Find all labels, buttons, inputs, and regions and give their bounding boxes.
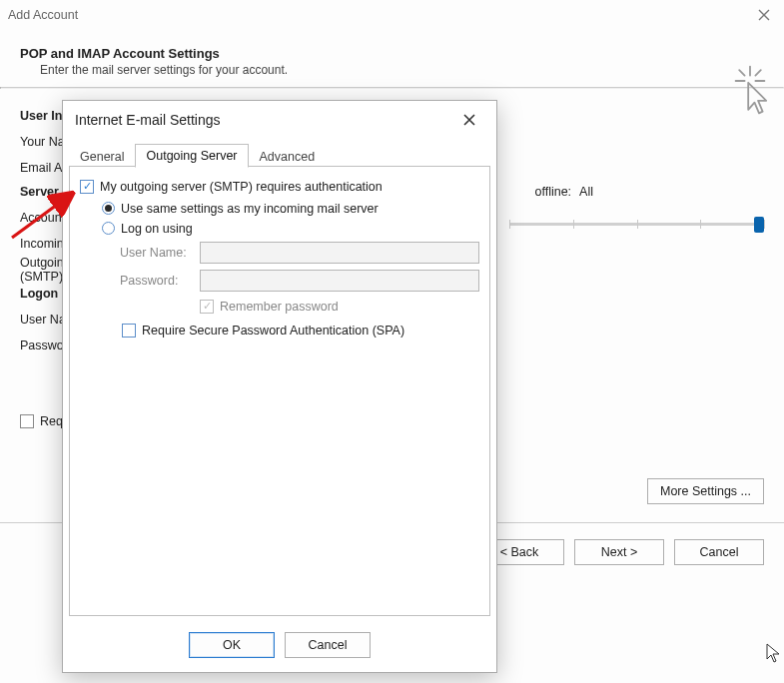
- radio-use-same-settings[interactable]: Use same settings as my incoming mail se…: [102, 202, 479, 216]
- tab-strip: General Outgoing Server Advanced: [63, 139, 496, 167]
- dialog-titlebar: Internet E-mail Settings: [63, 101, 496, 139]
- next-button[interactable]: Next >: [574, 539, 664, 565]
- tab-advanced[interactable]: Advanced: [249, 145, 327, 168]
- label-dialog-username: User Name:: [120, 246, 200, 260]
- dialog-username-input[interactable]: [200, 242, 479, 264]
- checkbox-icon: [80, 180, 94, 194]
- checkbox-icon: [200, 300, 214, 314]
- radio-icon: [102, 222, 115, 235]
- radio-icon: [102, 202, 115, 215]
- cursor-icon: [766, 643, 780, 663]
- dialog-close-button[interactable]: [454, 108, 484, 132]
- slider-thumb[interactable]: [754, 217, 764, 233]
- ok-button[interactable]: OK: [189, 632, 275, 658]
- spa-dialog-label: Require Secure Password Authentication (…: [142, 324, 404, 338]
- svg-line-3: [739, 70, 744, 75]
- close-icon: [758, 9, 770, 21]
- offline-slider[interactable]: [509, 217, 764, 233]
- tab-outgoing-server[interactable]: Outgoing Server: [135, 144, 248, 168]
- offline-value: All: [579, 185, 593, 199]
- offline-setting: Mail to keep offline: offline: All: [509, 185, 593, 199]
- header-title: POP and IMAP Account Settings: [20, 46, 768, 61]
- remember-password-checkbox: Remember password: [200, 300, 339, 314]
- internet-email-settings-dialog: Internet E-mail Settings General Outgoin…: [62, 100, 497, 673]
- tab-panel-outgoing: My outgoing server (SMTP) requires authe…: [69, 167, 490, 616]
- smtp-auth-checkbox[interactable]: My outgoing server (SMTP) requires authe…: [80, 180, 383, 194]
- cancel-button[interactable]: Cancel: [674, 539, 764, 565]
- add-account-window: Add Account POP and IMAP Account Setting…: [0, 0, 784, 683]
- radio-logon-label: Log on using: [121, 222, 193, 236]
- dialog-footer: OK Cancel: [63, 622, 496, 672]
- offline-label-visible: offline:: [534, 185, 571, 199]
- radio-log-on-using[interactable]: Log on using: [102, 222, 479, 236]
- svg-line-4: [755, 70, 760, 75]
- radio-same-label: Use same settings as my incoming mail se…: [121, 202, 379, 216]
- tab-general[interactable]: General: [69, 145, 135, 168]
- label-dialog-password: Password:: [120, 274, 200, 288]
- close-button[interactable]: [750, 4, 778, 26]
- spa-checkbox[interactable]: [20, 414, 34, 428]
- window-titlebar: Add Account: [0, 0, 784, 30]
- spa-checkbox-dialog[interactable]: Require Secure Password Authentication (…: [122, 324, 404, 338]
- dialog-cancel-button[interactable]: Cancel: [285, 632, 371, 658]
- smtp-auth-label: My outgoing server (SMTP) requires authe…: [100, 180, 383, 194]
- checkbox-icon: [122, 324, 136, 338]
- dialog-password-input[interactable]: [200, 270, 479, 292]
- dialog-title: Internet E-mail Settings: [75, 112, 221, 128]
- header-subtitle: Enter the mail server settings for your …: [40, 63, 768, 77]
- window-header: POP and IMAP Account Settings Enter the …: [0, 30, 784, 87]
- close-icon: [463, 114, 475, 126]
- remember-password-label: Remember password: [220, 300, 339, 314]
- more-settings-button[interactable]: More Settings ...: [647, 478, 764, 504]
- window-title: Add Account: [8, 8, 78, 22]
